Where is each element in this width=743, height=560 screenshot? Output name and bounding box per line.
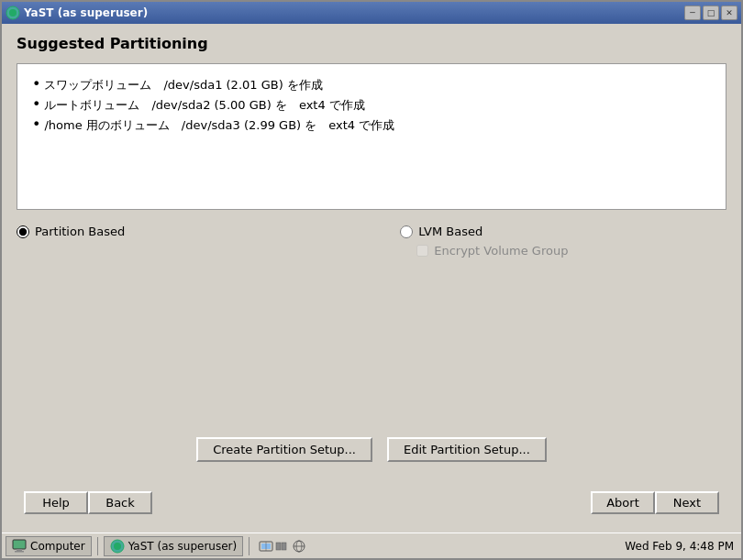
edit-partition-button[interactable]: Edit Partition Setup...	[387, 437, 547, 462]
list-item: • ルートボリューム /dev/sda2 (5.00 GB) を ext4 で作…	[32, 95, 711, 115]
lvm-based-radio[interactable]	[400, 225, 413, 238]
title-bar-buttons: ─ □ ✕	[684, 5, 737, 20]
main-content: Suggested Partitioning • スワップボリューム /dev/…	[2, 24, 741, 533]
encrypt-group: Encrypt Volume Group	[416, 244, 568, 258]
list-item: • /home 用のボリューム /dev/sda3 (2.99 GB) を ex…	[32, 115, 711, 136]
svg-rect-11	[282, 543, 286, 550]
spacer	[17, 272, 726, 419]
computer-icon	[12, 539, 27, 554]
yast-taskbar-label: YaST (as superuser)	[128, 540, 238, 553]
partition-list-box: • スワップボリューム /dev/sda1 (2.01 GB) を作成 • ルー…	[17, 63, 726, 210]
yast-icon	[6, 5, 20, 20]
taskbar-yast[interactable]: YaST (as superuser)	[104, 536, 244, 556]
maximize-button[interactable]: □	[703, 5, 719, 20]
next-button[interactable]: Next	[655, 491, 719, 514]
svg-point-6	[114, 543, 121, 550]
computer-label: Computer	[30, 540, 85, 553]
title-bar: YaST (as superuser) ─ □ ✕	[2, 2, 741, 24]
create-partition-button[interactable]: Create Partition Setup...	[196, 437, 372, 462]
partition-based-label[interactable]: Partition Based	[17, 225, 125, 238]
svg-rect-4	[15, 551, 24, 553]
partition-based-radio[interactable]	[17, 225, 29, 238]
list-item: • スワップボリューム /dev/sda1 (2.01 GB) を作成	[32, 75, 711, 95]
globe-icon	[292, 539, 306, 554]
svg-rect-2	[13, 540, 26, 549]
close-button[interactable]: ✕	[721, 5, 737, 20]
lvm-based-text: LVM Based	[418, 225, 482, 238]
page-title: Suggested Partitioning	[17, 35, 726, 52]
main-window: YaST (as superuser) ─ □ ✕ Suggested Part…	[0, 0, 743, 560]
svg-rect-3	[17, 549, 22, 551]
help-button[interactable]: Help	[24, 491, 88, 514]
radio-group: Partition Based LVM Based Encrypt Volume…	[17, 221, 726, 261]
yast-taskbar-icon	[110, 539, 125, 554]
partition-list: • スワップボリューム /dev/sda1 (2.01 GB) を作成 • ルー…	[32, 75, 711, 136]
taskbar-datetime: Wed Feb 9, 4:48 PM	[625, 540, 737, 553]
bullet-icon: •	[32, 117, 40, 132]
bullet-icon: •	[32, 77, 40, 92]
minimize-button[interactable]: ─	[684, 5, 701, 20]
svg-rect-10	[276, 543, 281, 550]
abort-button[interactable]: Abort	[591, 491, 655, 514]
bullet-icon: •	[32, 97, 40, 112]
nav-buttons-row: Help Back Abort Next	[17, 488, 726, 522]
lvm-based-label[interactable]: LVM Based	[400, 225, 568, 238]
back-button[interactable]: Back	[88, 491, 152, 514]
taskbar-computer[interactable]: Computer	[6, 536, 92, 556]
taskbar-network	[255, 537, 310, 555]
encrypt-checkbox	[416, 245, 428, 257]
taskbar-separator	[97, 537, 98, 555]
partition-item-1: スワップボリューム /dev/sda1 (2.01 GB) を作成	[44, 77, 322, 93]
title-bar-left: YaST (as superuser)	[6, 5, 148, 20]
taskbar-separator2	[249, 537, 250, 555]
network-icon	[259, 539, 273, 554]
partition-item-2: ルートボリューム /dev/sda2 (5.00 GB) を ext4 で作成	[44, 97, 364, 114]
svg-point-1	[9, 9, 17, 16]
network2-icon	[275, 539, 290, 554]
partition-item-3: /home 用のボリューム /dev/sda3 (2.99 GB) を ext4…	[44, 117, 394, 134]
taskbar: Computer YaST (as superuser)	[2, 533, 741, 558]
partition-based-text: Partition Based	[35, 225, 125, 238]
lvm-based-option: LVM Based Encrypt Volume Group	[400, 225, 568, 258]
partition-based-option: Partition Based	[17, 225, 125, 238]
encrypt-label: Encrypt Volume Group	[434, 244, 568, 258]
action-buttons-row: Create Partition Setup... Edit Partition…	[17, 430, 726, 477]
window-title: YaST (as superuser)	[24, 6, 148, 19]
